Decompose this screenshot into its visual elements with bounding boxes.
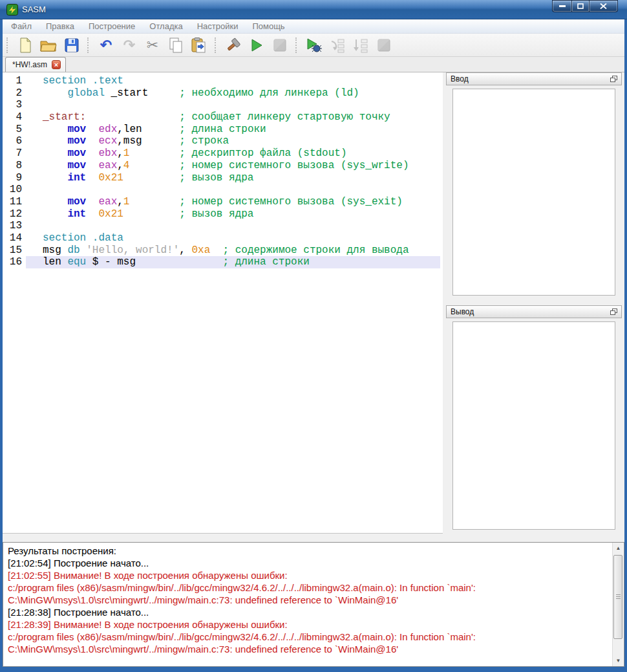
scrollbar-thumb[interactable] — [613, 555, 622, 639]
menu-item[interactable]: Файл — [4, 19, 39, 33]
scroll-down-icon[interactable]: ▼ — [613, 655, 624, 666]
code-token: eax — [98, 196, 117, 208]
maximize-button[interactable] — [571, 0, 590, 12]
float-panel-icon[interactable] — [610, 309, 617, 315]
code-token: len — [123, 124, 142, 135]
code-line-13[interactable] — [26, 220, 440, 232]
code-token: msg — [43, 244, 67, 256]
code-token: , — [117, 160, 123, 171]
line-number: 11 — [3, 196, 26, 208]
code-token — [43, 124, 67, 135]
scroll-up-icon[interactable]: ▲ — [613, 543, 624, 554]
code-token: ; необходимо для линкера (ld) — [179, 87, 359, 99]
minimize-icon — [559, 5, 566, 7]
code-token: 0x21 — [98, 172, 123, 184]
code-token: db — [67, 244, 80, 256]
code-token: 'Hello, world!' — [86, 244, 179, 256]
menu-item[interactable]: Построение — [81, 19, 142, 33]
menu-item[interactable]: Настройки — [190, 19, 246, 33]
code-line-2[interactable]: global _start ; необходимо для линкера (… — [26, 87, 440, 100]
debug-run-icon[interactable] — [304, 36, 324, 55]
code-token — [43, 196, 67, 208]
line-number: 5 — [3, 124, 26, 136]
code-token: len — [43, 256, 67, 268]
log-line: [21:02:54] Построение начато... — [8, 557, 607, 569]
code-token: mov — [67, 135, 86, 147]
step-into-icon — [350, 36, 371, 55]
code-token: ; сообщает линкеру стартовую точку — [179, 111, 390, 123]
run-icon[interactable] — [246, 36, 267, 55]
code-line-1[interactable]: section .text — [26, 75, 440, 87]
code-line-15[interactable]: msg db 'Hello, world!', 0xa ; содержимое… — [26, 244, 440, 257]
code-line-11[interactable]: mov eax,1 ; номер системного вызова (sys… — [26, 196, 440, 208]
menu-item[interactable]: Помощь — [245, 19, 292, 33]
code-token: ebx — [98, 147, 117, 159]
code-editor[interactable]: 12345678910111213141516 section .text gl… — [3, 72, 443, 534]
code-line-9[interactable]: int 0x21 ; вызов ядра — [26, 172, 440, 184]
line-number: 2 — [3, 87, 26, 100]
output-panel-header[interactable]: Вывод — [446, 305, 622, 318]
toolbar-group-handle[interactable] — [6, 38, 9, 53]
line-number-gutter: 12345678910111213141516 — [3, 72, 26, 533]
code-token: ; номер системного вызова (sys_write) — [179, 160, 409, 171]
code-token — [142, 135, 180, 147]
code-token: ; строка — [179, 135, 229, 147]
tab-close-icon[interactable]: × — [52, 60, 61, 69]
cut-icon[interactable]: ✂ — [142, 36, 163, 55]
line-number: 3 — [3, 99, 26, 111]
code-area[interactable]: section .text global _start ; необходимо… — [26, 72, 443, 533]
toolbar-group-handle[interactable] — [215, 38, 217, 53]
save-file-icon[interactable] — [61, 36, 82, 55]
output-textarea[interactable] — [452, 321, 615, 530]
code-token: int — [67, 208, 86, 220]
close-button[interactable] — [590, 0, 618, 12]
line-number: 9 — [3, 172, 26, 184]
code-token: section — [43, 232, 86, 244]
build-log[interactable]: Результаты построения:[21:02:54] Построе… — [3, 542, 624, 667]
new-file-icon[interactable] — [15, 36, 36, 55]
code-token: ; дескриптор файла (stdout) — [179, 147, 346, 159]
input-panel-header[interactable]: Ввод — [446, 72, 622, 85]
copy-icon[interactable] — [165, 36, 186, 55]
code-token — [86, 147, 98, 159]
log-line: [21:28:38] Построение начато... — [8, 606, 607, 618]
code-line-5[interactable]: mov edx,len ; длина строки — [26, 124, 440, 136]
menu-item[interactable]: Отладка — [142, 19, 189, 33]
input-textarea[interactable] — [452, 89, 615, 296]
line-number: 4 — [3, 111, 26, 124]
titlebar[interactable]: SASM — [0, 0, 627, 19]
code-line-3[interactable] — [26, 99, 440, 111]
code-token — [210, 244, 222, 256]
code-token — [43, 147, 67, 159]
line-number: 16 — [3, 256, 26, 268]
code-line-7[interactable]: mov ebx,1 ; дескриптор файла (stdout) — [26, 147, 440, 160]
toolbar-group-handle[interactable] — [295, 38, 298, 53]
code-token: mov — [67, 160, 86, 171]
code-token: 1 — [123, 147, 130, 159]
code-line-10[interactable] — [26, 184, 440, 196]
tab-hw-asm[interactable]: *HW!.asm × — [5, 57, 66, 72]
line-number: 6 — [3, 135, 26, 147]
undo-icon[interactable]: ↶ — [96, 36, 116, 55]
paste-icon[interactable] — [189, 36, 209, 55]
code-line-16[interactable]: len equ $ - msg ; длина строки — [26, 256, 440, 268]
app-logo-icon — [6, 4, 18, 16]
log-scrollbar[interactable]: ▲ ▼ — [612, 543, 623, 666]
toolbar-group-handle[interactable] — [87, 38, 90, 53]
minimize-button[interactable] — [552, 0, 571, 12]
code-line-14[interactable]: section .data — [26, 232, 440, 244]
menu-item[interactable]: Правка — [39, 19, 81, 33]
build-icon[interactable] — [223, 36, 244, 55]
code-line-8[interactable]: mov eax,4 ; номер системного вызова (sys… — [26, 160, 440, 172]
menu-bar: ФайлПравкаПостроениеОтладкаНастройкиПомо… — [3, 19, 624, 34]
code-token: ; длина строки — [179, 124, 266, 135]
window-title: SASM — [22, 5, 46, 14]
code-token — [86, 172, 98, 184]
code-line-6[interactable]: mov ecx,msg ; строка — [26, 135, 440, 147]
line-number: 14 — [3, 232, 26, 244]
code-line-4[interactable]: _start: ; сообщает линкеру стартовую точ… — [26, 111, 440, 124]
code-line-12[interactable]: int 0x21 ; вызов ядра — [26, 208, 440, 221]
float-panel-icon[interactable] — [610, 76, 617, 82]
debug-stop-icon — [374, 36, 394, 55]
open-file-icon[interactable] — [38, 36, 59, 55]
